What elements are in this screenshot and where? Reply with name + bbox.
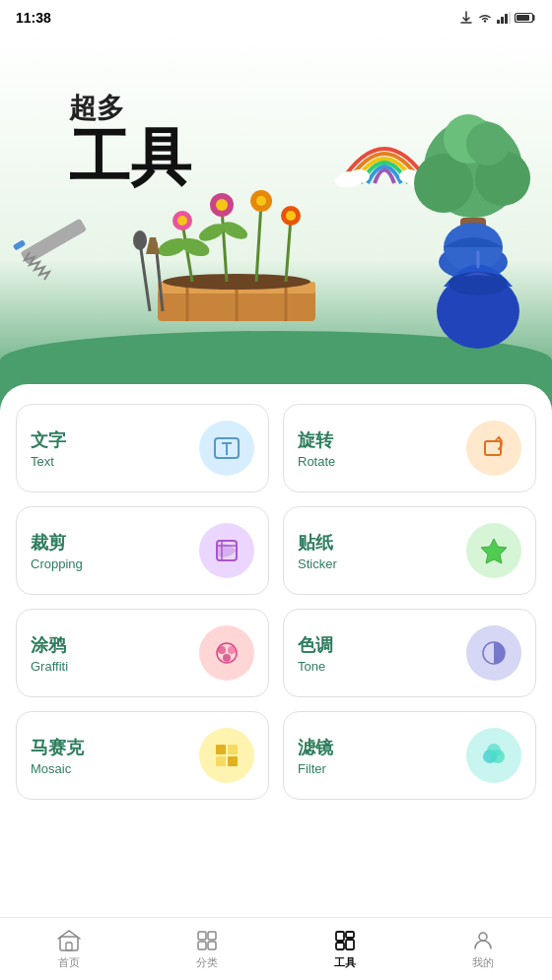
tool-name-en-text: Text <box>31 454 66 469</box>
nav-item-home[interactable]: 首页 <box>0 918 138 980</box>
svg-rect-21 <box>13 239 26 250</box>
svg-rect-66 <box>216 756 226 766</box>
tool-info-graffiti: 涂鸦Graffiti <box>31 633 68 674</box>
tool-name-en-filter: Filter <box>298 761 333 776</box>
svg-rect-0 <box>497 20 500 24</box>
svg-rect-67 <box>228 756 238 766</box>
category-icon <box>195 929 219 952</box>
signal-icon <box>497 12 511 24</box>
tool-name-zh-tone: 色调 <box>298 633 333 657</box>
svg-point-81 <box>479 933 487 941</box>
battery-icon <box>515 12 536 24</box>
svg-rect-77 <box>336 932 344 941</box>
tool-name-en-graffiti: Graffiti <box>31 659 68 674</box>
nav-item-tools[interactable]: 工具 <box>276 918 414 980</box>
svg-marker-58 <box>481 539 507 563</box>
nav-label-tools: 工具 <box>334 955 356 970</box>
tool-icon-mosaic <box>199 728 254 783</box>
svg-rect-72 <box>66 943 72 950</box>
svg-rect-73 <box>198 932 206 940</box>
svg-point-19 <box>466 122 510 165</box>
hero-banner: 超多 工具 <box>0 35 552 410</box>
tool-icon-sticker <box>466 523 521 578</box>
tool-name-en-crop: Cropping <box>31 556 83 571</box>
svg-point-60 <box>218 646 226 654</box>
tool-info-rotate: 旋转Rotate <box>298 428 335 469</box>
svg-rect-1 <box>501 17 504 24</box>
hero-subtitle: 超多 <box>69 90 191 127</box>
tool-card-crop[interactable]: 裁剪Cropping <box>16 506 269 595</box>
svg-point-43 <box>286 211 296 221</box>
tool-icon-text <box>199 421 254 476</box>
tool-name-en-mosaic: Mosaic <box>31 761 84 776</box>
svg-rect-64 <box>216 745 226 754</box>
tool-info-text: 文字Text <box>31 428 66 469</box>
svg-point-70 <box>487 744 501 757</box>
tool-name-en-rotate: Rotate <box>298 454 335 469</box>
svg-rect-65 <box>228 745 238 754</box>
status-time: 11:38 <box>16 10 51 26</box>
svg-point-37 <box>177 216 187 226</box>
nav-label-category: 分类 <box>196 955 218 970</box>
tools-grid: 文字Text旋转Rotate裁剪Cropping贴纸Sticker涂鸦Graff… <box>16 404 536 800</box>
hero-main-title: 工具 <box>69 123 191 191</box>
tool-card-filter[interactable]: 滤镜Filter <box>283 711 536 800</box>
tool-card-text[interactable]: 文字Text <box>16 404 269 492</box>
tool-name-zh-graffiti: 涂鸦 <box>31 633 68 657</box>
tool-info-crop: 裁剪Cropping <box>31 531 83 571</box>
tool-icon-filter <box>466 728 521 783</box>
tool-card-graffiti[interactable]: 涂鸦Graffiti <box>16 609 269 697</box>
tool-info-tone: 色调Tone <box>298 633 333 674</box>
tool-name-en-tone: Tone <box>298 659 333 674</box>
svg-line-31 <box>286 218 291 282</box>
svg-line-29 <box>222 208 227 282</box>
tools-icon <box>333 929 357 952</box>
svg-point-61 <box>228 646 236 654</box>
nav-label-home: 首页 <box>58 955 80 970</box>
status-icons <box>459 11 536 25</box>
svg-point-62 <box>223 654 231 662</box>
svg-rect-74 <box>208 932 216 940</box>
tool-icon-crop <box>199 523 254 578</box>
status-bar: 11:38 <box>0 0 552 35</box>
tool-icon-rotate <box>466 421 521 476</box>
nav-item-mine[interactable]: 我的 <box>414 918 552 980</box>
tool-card-sticker[interactable]: 贴纸Sticker <box>283 506 536 595</box>
download-icon <box>459 11 473 25</box>
nav-label-mine: 我的 <box>472 955 494 970</box>
svg-rect-75 <box>198 942 206 949</box>
tool-card-rotate[interactable]: 旋转Rotate <box>283 404 536 492</box>
svg-point-45 <box>133 230 147 250</box>
tool-info-filter: 滤镜Filter <box>298 736 333 776</box>
tool-info-mosaic: 马赛克Mosaic <box>31 736 84 776</box>
svg-point-7 <box>350 169 370 183</box>
tool-name-en-sticker: Sticker <box>298 556 337 571</box>
svg-rect-78 <box>346 932 354 938</box>
tool-card-mosaic[interactable]: 马赛克Mosaic <box>16 711 269 800</box>
flowers-decoration <box>128 183 345 331</box>
saw-decoration <box>15 203 104 292</box>
wifi-icon <box>477 12 493 24</box>
svg-point-39 <box>216 199 228 211</box>
svg-rect-80 <box>346 940 354 949</box>
tool-name-zh-filter: 滤镜 <box>298 736 333 759</box>
tool-info-sticker: 贴纸Sticker <box>298 531 337 571</box>
svg-rect-76 <box>208 942 216 949</box>
tool-name-zh-text: 文字 <box>31 428 66 452</box>
svg-line-30 <box>256 203 261 282</box>
svg-rect-5 <box>517 15 529 21</box>
tool-name-zh-mosaic: 马赛克 <box>31 736 84 759</box>
svg-marker-47 <box>146 237 160 254</box>
svg-rect-71 <box>60 937 78 950</box>
bag-decoration <box>429 223 527 351</box>
tool-card-tone[interactable]: 色调Tone <box>283 609 536 697</box>
svg-rect-2 <box>505 14 508 24</box>
bottom-nav: 首页 分类 工具 我的 <box>0 917 552 980</box>
svg-rect-3 <box>509 12 511 24</box>
nav-item-category[interactable]: 分类 <box>138 918 276 980</box>
home-icon <box>57 929 81 952</box>
person-icon <box>471 929 495 952</box>
tool-name-zh-sticker: 贴纸 <box>298 531 337 555</box>
tool-name-zh-crop: 裁剪 <box>31 531 83 555</box>
tool-name-zh-rotate: 旋转 <box>298 428 335 452</box>
